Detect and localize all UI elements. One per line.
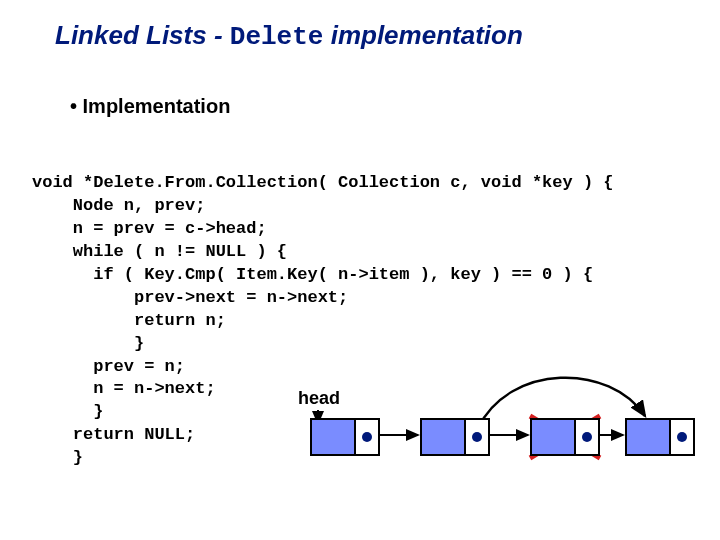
bullet-text: Implementation: [83, 95, 231, 117]
list-node-1: [310, 418, 380, 456]
title-mono: Delete: [230, 22, 324, 52]
node-pointer: [466, 420, 488, 454]
node-pointer: [576, 420, 598, 454]
linked-list-diagram: head: [280, 368, 700, 488]
title-prefix: Linked Lists -: [55, 20, 230, 50]
slide: Linked Lists - Delete implementation Imp…: [0, 0, 720, 540]
node-data: [312, 420, 356, 454]
bullet-implementation: Implementation: [70, 95, 230, 118]
node-pointer: [671, 420, 693, 454]
node-data: [532, 420, 576, 454]
node-pointer: [356, 420, 378, 454]
node-data: [422, 420, 466, 454]
slide-title: Linked Lists - Delete implementation: [55, 20, 523, 52]
list-node-2: [420, 418, 490, 456]
title-suffix: implementation: [323, 20, 522, 50]
list-node-4: [625, 418, 695, 456]
list-node-3-deleted: [530, 418, 600, 456]
node-data: [627, 420, 671, 454]
